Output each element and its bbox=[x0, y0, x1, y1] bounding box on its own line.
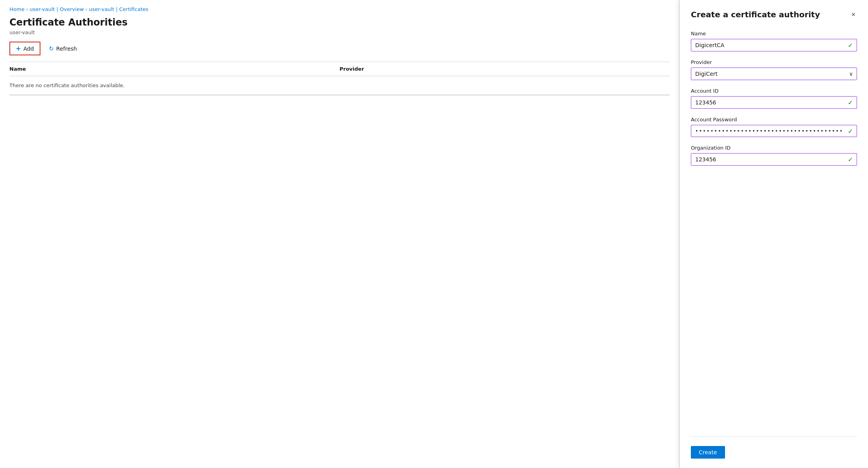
account-id-check-icon: ✓ bbox=[848, 99, 853, 106]
panel-footer: Create bbox=[691, 436, 857, 459]
breadcrumb-certificates[interactable]: user-vault | Certificates bbox=[89, 6, 148, 12]
certificate-table: Name Provider There are no certificate a… bbox=[9, 62, 670, 95]
account-id-input[interactable] bbox=[691, 96, 857, 109]
create-ca-panel: Create a certificate authority × Name ✓ … bbox=[679, 0, 868, 468]
breadcrumb: Home › user-vault | Overview › user-vaul… bbox=[9, 6, 670, 12]
name-check-icon: ✓ bbox=[848, 42, 853, 49]
plus-icon: + bbox=[16, 45, 21, 52]
organization-id-label: Organization ID bbox=[691, 145, 857, 151]
panel-header: Create a certificate authority × bbox=[691, 9, 857, 20]
name-field-group: Name ✓ bbox=[691, 31, 857, 51]
account-id-label: Account ID bbox=[691, 88, 857, 94]
column-header-provider: Provider bbox=[340, 66, 670, 72]
provider-select-wrapper: DigiCert GlobalSign ∨ bbox=[691, 68, 857, 80]
name-input[interactable] bbox=[691, 39, 857, 51]
organization-id-input[interactable] bbox=[691, 153, 857, 166]
breadcrumb-overview[interactable]: user-vault | Overview bbox=[29, 6, 84, 12]
account-password-check-icon: ✓ bbox=[848, 127, 853, 135]
name-input-wrapper: ✓ bbox=[691, 39, 857, 51]
refresh-button[interactable]: ↻ Refresh bbox=[44, 43, 82, 55]
close-panel-button[interactable]: × bbox=[850, 9, 857, 20]
refresh-icon: ↻ bbox=[49, 45, 54, 52]
breadcrumb-sep-2: › bbox=[86, 7, 88, 12]
account-password-input-wrapper: ✓ bbox=[691, 125, 857, 137]
account-password-label: Account Password bbox=[691, 117, 857, 122]
provider-field-group: Provider DigiCert GlobalSign ∨ bbox=[691, 59, 857, 80]
organization-id-input-wrapper: ✓ bbox=[691, 153, 857, 166]
column-header-name: Name bbox=[9, 66, 340, 72]
provider-label: Provider bbox=[691, 59, 857, 65]
add-button-label: Add bbox=[23, 46, 34, 52]
table-empty-message: There are no certificate authorities ava… bbox=[9, 76, 670, 95]
table-header: Name Provider bbox=[9, 62, 670, 76]
toolbar: + Add ↻ Refresh bbox=[9, 42, 670, 58]
page-title: Certificate Authorities bbox=[9, 17, 670, 28]
organization-id-check-icon: ✓ bbox=[848, 156, 853, 163]
account-id-field-group: Account ID ✓ bbox=[691, 88, 857, 109]
create-button[interactable]: Create bbox=[691, 446, 725, 459]
panel-title: Create a certificate authority bbox=[691, 10, 820, 19]
page-subtitle: user-vault bbox=[9, 29, 670, 35]
refresh-button-label: Refresh bbox=[56, 46, 77, 52]
name-label: Name bbox=[691, 31, 857, 37]
provider-select[interactable]: DigiCert GlobalSign bbox=[691, 68, 857, 80]
breadcrumb-home[interactable]: Home bbox=[9, 6, 24, 12]
organization-id-field-group: Organization ID ✓ bbox=[691, 145, 857, 166]
main-content: Home › user-vault | Overview › user-vaul… bbox=[0, 0, 679, 468]
add-button[interactable]: + Add bbox=[9, 42, 40, 55]
account-password-field-group: Account Password ✓ bbox=[691, 117, 857, 137]
account-password-input[interactable] bbox=[691, 125, 857, 137]
breadcrumb-sep-1: › bbox=[26, 7, 28, 12]
account-id-input-wrapper: ✓ bbox=[691, 96, 857, 109]
